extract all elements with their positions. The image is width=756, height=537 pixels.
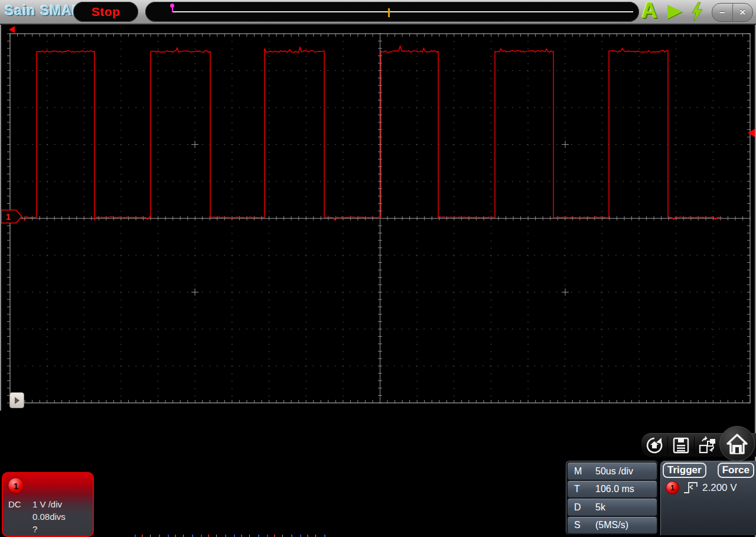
scope-display: 1	[0, 0, 756, 537]
channel1-frequency: ?	[32, 524, 37, 534]
autoset-button[interactable]: A	[641, 0, 657, 23]
run-button[interactable]	[667, 5, 682, 19]
graticule	[7, 34, 750, 403]
lightning-icon	[692, 2, 702, 21]
trigger-button[interactable]: Trigger	[663, 463, 706, 478]
channel1-coupling: DC	[8, 499, 21, 509]
view-position-marker-head[interactable]	[170, 4, 174, 8]
ch1-zero-marker-label: 1	[6, 212, 11, 222]
export-button[interactable]	[695, 435, 721, 455]
timebase-row-d[interactable]: D 5k	[568, 499, 657, 516]
window-controls: – ×	[712, 3, 753, 22]
floppy-save-icon	[672, 437, 690, 454]
force-button[interactable]: Force	[718, 463, 754, 478]
ch1-zero-marker[interactable]: 1	[1, 210, 22, 223]
channel1-scale: 1 V /div	[32, 499, 62, 509]
minimize-button[interactable]: –	[712, 4, 732, 21]
channel1-panel[interactable]: 1 DC 1 V /div 0.08divs ?	[2, 472, 94, 537]
close-button[interactable]: ×	[733, 4, 753, 21]
channel1-position: 0.08divs	[32, 512, 66, 522]
row-value: 50us /div	[595, 466, 633, 477]
timebase-row-m[interactable]: M 50us /div	[568, 463, 657, 480]
stop-button-label: Stop	[92, 5, 120, 19]
transfer-export-icon	[698, 435, 718, 455]
channel1-badge: 1	[8, 477, 24, 494]
home-icon	[726, 433, 748, 454]
timebase-row-s[interactable]: S (5MS/s)	[568, 517, 657, 534]
row-value: 5k	[595, 502, 605, 513]
timebase-panel: M 50us /div T 106.0 ms D 5k S (5MS/s)	[566, 461, 658, 535]
single-trigger-bolt-button[interactable]	[690, 2, 704, 22]
trigger-level-value: 2.200 V	[702, 482, 737, 494]
trigger-time-tick[interactable]	[388, 8, 390, 17]
home-refresh-icon	[644, 435, 664, 455]
timebase-row-t[interactable]: T 106.0 ms	[568, 481, 657, 498]
timeline-track	[172, 11, 633, 12]
row-label: T	[574, 484, 594, 494]
trigger-position-arrow[interactable]	[9, 26, 15, 33]
expand-panel-button[interactable]	[9, 392, 24, 408]
titlebar: Sain SMART Stop A – ×	[0, 0, 756, 25]
row-label: D	[574, 502, 594, 513]
home-menu-button[interactable]	[719, 426, 755, 461]
trigger-source-badge: 1	[666, 481, 679, 494]
row-label: S	[574, 520, 594, 531]
save-button[interactable]	[668, 435, 694, 455]
stop-button[interactable]: Stop	[73, 2, 138, 22]
row-value: 106.0 ms	[595, 484, 634, 494]
clipped-text-artifact	[135, 535, 333, 537]
trigger-panel: Trigger Force 1 2.200 V	[660, 461, 756, 535]
play-icon	[15, 397, 19, 404]
restore-default-button[interactable]	[641, 435, 667, 455]
row-label: M	[574, 466, 594, 477]
rising-edge-icon	[682, 480, 700, 495]
timeline-slider[interactable]	[145, 2, 639, 22]
ch1-trace	[10, 46, 722, 220]
window-left-edge	[0, 24, 1, 411]
row-value: (5MS/s)	[595, 520, 628, 531]
